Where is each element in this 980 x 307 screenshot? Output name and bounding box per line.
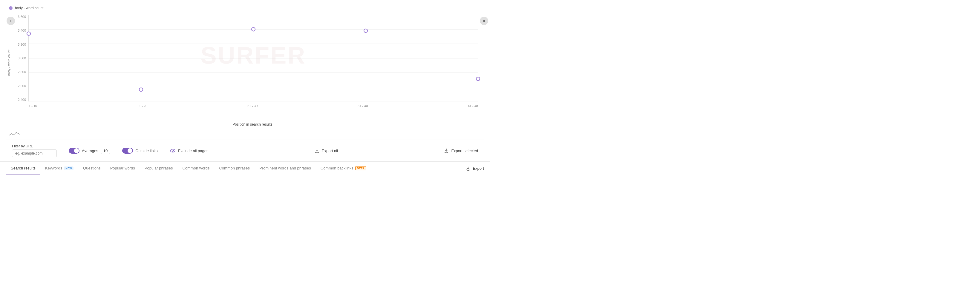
- export-selected-label: Export selected: [451, 149, 478, 153]
- export-all-icon: [314, 148, 320, 154]
- x-label: 1 - 10: [29, 104, 37, 108]
- tab-popular-phrases[interactable]: Popular phrases: [140, 162, 178, 175]
- outside-links-toggle[interactable]: [122, 148, 133, 154]
- export-selected-group[interactable]: Export selected: [443, 148, 478, 154]
- svg-point-1: [172, 150, 173, 152]
- tab-search-results[interactable]: Search results: [6, 162, 40, 175]
- tab-label: Keywords: [45, 166, 62, 170]
- y-tick: 2,400: [18, 98, 26, 101]
- averages-toggle[interactable]: [69, 148, 80, 154]
- tabs-bar: Search results Keywords NEW Questions Po…: [0, 161, 490, 175]
- tab-questions[interactable]: Questions: [78, 162, 105, 175]
- y-axis-label: body - word count: [6, 15, 12, 111]
- averages-toggle-group: Averages 10: [69, 148, 110, 154]
- sparkline-area: [6, 129, 484, 137]
- y-tick: 3,600: [18, 15, 26, 19]
- x-label: 41 - 48: [468, 104, 478, 108]
- tab-keywords[interactable]: Keywords NEW: [40, 162, 78, 175]
- legend-label: body - word count: [15, 6, 43, 10]
- x-label: 11 - 20: [137, 104, 147, 108]
- tab-label: Popular words: [110, 166, 135, 170]
- tab-common-words[interactable]: Common words: [178, 162, 214, 175]
- x-labels: 1 - 10 11 - 20 21 - 30 31 - 40 41 - 48: [29, 104, 478, 108]
- bottom-export-area: Export: [466, 166, 484, 171]
- x-axis-title: Position in search results: [6, 122, 484, 129]
- tab-label: Questions: [83, 166, 101, 170]
- url-filter-input[interactable]: [12, 149, 57, 157]
- badge-beta: BETA: [355, 166, 366, 170]
- tab-common-phrases[interactable]: Common phrases: [214, 162, 255, 175]
- outside-links-label: Outside links: [135, 149, 158, 153]
- data-point: [27, 32, 30, 35]
- tab-label: Common backlinks: [321, 166, 353, 170]
- tab-label: Popular phrases: [145, 166, 173, 170]
- grid-line: [29, 101, 478, 101]
- sparkline-icon: [9, 131, 20, 137]
- data-point: [364, 29, 368, 33]
- bottom-export-icon: [466, 166, 471, 171]
- outside-links-toggle-group: Outside links: [122, 148, 158, 154]
- data-point: [251, 27, 255, 31]
- exclude-label: Exclude all pages: [178, 149, 208, 153]
- eye-icon: [170, 148, 176, 154]
- x-label: 21 - 30: [247, 104, 258, 108]
- y-tick: 3,400: [18, 28, 26, 32]
- chart-inner: 3,600 3,400 3,200 3,000 2,800 2,600 2,40…: [13, 15, 484, 111]
- data-point: [476, 77, 480, 81]
- averages-value[interactable]: 10: [101, 148, 110, 154]
- y-tick: 3,200: [18, 43, 26, 46]
- y-tick: 2,800: [18, 70, 26, 74]
- tab-prominent-words[interactable]: Prominent words and phrases: [255, 162, 316, 175]
- exclude-pages-group: Exclude all pages: [170, 148, 208, 154]
- filter-bar: Filter by URL Averages 10 Outside links …: [6, 139, 484, 161]
- chart-plot: SURFER: [29, 15, 478, 101]
- url-filter-label: Filter by URL: [12, 144, 57, 148]
- data-point: [139, 88, 143, 91]
- chart-area: body - word count 3,600 3,400 3,200 3,00…: [6, 15, 484, 111]
- tab-common-backlinks[interactable]: Common backlinks BETA: [316, 162, 371, 175]
- pause-button-left[interactable]: ⏸: [6, 17, 15, 25]
- chart-svg: [29, 15, 478, 101]
- tab-label: Common phrases: [219, 166, 250, 170]
- tab-label: Prominent words and phrases: [259, 166, 311, 170]
- x-label: 31 - 40: [358, 104, 368, 108]
- badge-new: NEW: [64, 166, 73, 170]
- bottom-export-button[interactable]: Export: [466, 166, 484, 171]
- tab-label: Common words: [182, 166, 210, 170]
- y-tick: 2,600: [18, 84, 26, 88]
- url-filter-group: Filter by URL: [12, 144, 57, 157]
- y-axis-ticks: 3,600 3,400 3,200 3,000 2,800 2,600 2,40…: [13, 15, 29, 101]
- y-tick: 3,000: [18, 56, 26, 60]
- bottom-export-label: Export: [473, 166, 484, 171]
- legend-dot: [9, 6, 13, 10]
- pause-button-right[interactable]: ⏸: [480, 17, 488, 25]
- export-selected-icon: [443, 148, 449, 154]
- averages-label: Averages: [82, 149, 98, 153]
- export-all-group[interactable]: Export all: [314, 148, 338, 154]
- svg-point-0: [170, 149, 175, 152]
- tab-popular-words[interactable]: Popular words: [105, 162, 140, 175]
- tab-label: Search results: [11, 166, 35, 170]
- export-all-label: Export all: [322, 149, 338, 153]
- chart-legend: body - word count: [6, 6, 484, 10]
